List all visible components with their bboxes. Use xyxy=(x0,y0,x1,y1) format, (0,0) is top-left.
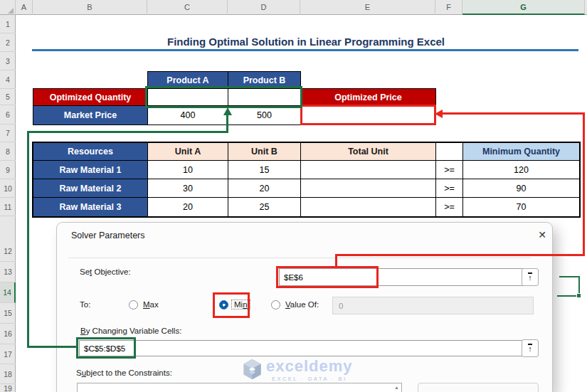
cell-c5[interactable] xyxy=(147,88,228,106)
column-header-e[interactable]: E xyxy=(300,0,435,15)
by-changing-cells-label: By Changing Variable Cells: xyxy=(80,327,181,335)
row-header-14[interactable]: 14 xyxy=(0,282,16,303)
cell-total-unit-header[interactable]: Total Unit xyxy=(300,142,436,161)
cell-rm2-unit-b[interactable]: 20 xyxy=(228,179,301,198)
cell-product-a-header[interactable]: Product A xyxy=(147,71,228,89)
row-header-4[interactable]: 4 xyxy=(0,70,16,89)
cell-rm3-unit-b[interactable]: 25 xyxy=(228,197,301,217)
cell-rm3-min[interactable]: 70 xyxy=(462,197,580,217)
min-radio-label[interactable]: Min xyxy=(232,300,250,309)
row-header-6[interactable]: 6 xyxy=(0,105,16,125)
cell-rm1-unit-a[interactable]: 10 xyxy=(147,160,228,179)
max-radio[interactable] xyxy=(129,300,138,309)
cell-raw-material-1[interactable]: Raw Material 1 xyxy=(33,160,148,179)
collapse-dialog-icon: ↑ xyxy=(528,272,532,282)
column-header-c[interactable]: C xyxy=(147,0,228,15)
column-header-strip: A B C D E F G xyxy=(0,0,587,15)
cell-market-price-label[interactable]: Market Price xyxy=(33,105,148,125)
row-header-16[interactable]: 16 xyxy=(0,324,16,344)
row-header-5[interactable]: 5 xyxy=(0,89,16,105)
row-header-12[interactable]: 12 xyxy=(0,241,16,262)
constraints-listbox[interactable]: ▲ xyxy=(77,383,402,392)
column-header-f[interactable]: F xyxy=(435,0,462,15)
cell-rm2-operator[interactable]: >= xyxy=(435,179,463,198)
cell-raw-material-2[interactable]: Raw Material 2 xyxy=(33,179,148,198)
row-header-2[interactable]: 2 xyxy=(0,33,16,52)
cell-minimum-quantity-header[interactable]: Minimum Quantity xyxy=(462,142,580,161)
column-header-a[interactable]: A xyxy=(16,0,33,15)
cell-rm1-unit-b[interactable]: 15 xyxy=(228,160,301,179)
worksheet-title: Finding Optimal Solution in Linear Progr… xyxy=(71,36,541,48)
column-header-b[interactable]: B xyxy=(33,0,147,15)
cell-d6[interactable]: 500 xyxy=(228,105,301,125)
cell-unit-a-header[interactable]: Unit A xyxy=(147,142,228,161)
red-line-h1 xyxy=(442,112,585,115)
row-header-strip: 1 2 3 4 5 6 7 8 9 10 11 12 13 14 15 16 1… xyxy=(0,15,16,392)
green-line-v2 xyxy=(27,131,29,348)
cell-rm1-operator[interactable]: >= xyxy=(435,160,463,179)
row-header-19[interactable]: 19 xyxy=(0,384,16,392)
cell-rm2-total[interactable] xyxy=(300,179,436,198)
value-of-input: 0 xyxy=(332,297,534,314)
cell-optimized-quantity-label[interactable]: Optimized Quantity xyxy=(33,88,148,106)
cell-product-b-header[interactable]: Product B xyxy=(228,71,301,89)
green-line-h1 xyxy=(27,131,228,133)
cell-c6[interactable]: 400 xyxy=(147,105,228,125)
row-header-3[interactable]: 3 xyxy=(0,52,16,70)
cell-e6-optimized-price[interactable] xyxy=(300,105,436,125)
cell-f8[interactable] xyxy=(435,142,463,161)
cell-rm1-min[interactable]: 120 xyxy=(462,160,580,179)
select-all-corner[interactable] xyxy=(0,0,16,15)
min-radio[interactable] xyxy=(219,300,228,309)
cell-rm1-total[interactable] xyxy=(300,160,436,179)
value-of-radio-label[interactable]: Value Of: xyxy=(285,300,319,309)
cell-d5[interactable] xyxy=(228,88,301,106)
dialog-separator xyxy=(68,258,531,258)
close-icon[interactable]: ✕ xyxy=(535,229,549,243)
cell-resources-header[interactable]: Resources xyxy=(33,142,148,161)
column-header-d[interactable]: D xyxy=(228,0,300,15)
cell-rm3-total[interactable] xyxy=(300,197,436,217)
subject-to-constraints-label: Subject to the Constraints: xyxy=(76,369,172,377)
set-objective-label: Set Objective: xyxy=(80,267,131,276)
cell-unit-b-header[interactable]: Unit B xyxy=(228,142,301,161)
row-header-11[interactable]: 11 xyxy=(0,198,16,216)
row-header-17[interactable]: 17 xyxy=(0,344,16,364)
cell-rm2-min[interactable]: 90 xyxy=(462,179,580,198)
exceldemy-watermark: exceldemy EXCEL · DATA · BI xyxy=(243,359,353,382)
row-header-10[interactable]: 10 xyxy=(0,179,16,198)
objective-range-selector-button[interactable]: ↑ xyxy=(522,268,539,286)
solver-parameters-dialog: Solver Parameters ✕ Set Objective: $E$6 … xyxy=(57,223,552,392)
row-header-9[interactable]: 9 xyxy=(0,161,16,179)
dialog-title: Solver Parameters xyxy=(71,231,145,240)
exceldemy-logo-icon xyxy=(243,359,262,380)
scroll-up-icon[interactable]: ▲ xyxy=(394,385,399,390)
cell-rm3-operator[interactable]: >= xyxy=(435,197,463,217)
select-all-icon xyxy=(8,8,14,14)
add-button[interactable] xyxy=(418,383,539,392)
cells-range-selector-button[interactable]: ↑ xyxy=(522,339,539,357)
selected-cell-border-top xyxy=(559,276,580,277)
collapse-dialog-icon: ↑ xyxy=(528,344,532,353)
set-objective-input[interactable]: $E$6 xyxy=(279,268,532,286)
row-header-13[interactable]: 13 xyxy=(0,262,16,282)
cell-raw-material-3[interactable]: Raw Material 3 xyxy=(33,197,148,217)
excel-window: A B C D E F G 1 2 3 4 5 6 7 8 9 10 11 12… xyxy=(0,0,587,392)
row-header-15[interactable]: 15 xyxy=(0,303,16,324)
cell-rm3-unit-a[interactable]: 20 xyxy=(147,197,228,217)
row-header-18[interactable]: 18 xyxy=(0,364,16,384)
cell-rm2-unit-a[interactable]: 30 xyxy=(147,179,228,198)
row-header-8[interactable]: 8 xyxy=(0,142,16,161)
fill-handle[interactable] xyxy=(576,293,581,298)
value-of-radio[interactable] xyxy=(271,300,280,309)
max-radio-label[interactable]: Max xyxy=(143,300,159,309)
red-line-v1 xyxy=(583,112,585,256)
title-underline xyxy=(32,49,578,51)
variable-cells-input[interactable]: $C$5:$D$5 xyxy=(79,340,532,356)
to-label: To: xyxy=(80,300,90,309)
row-header-1[interactable]: 1 xyxy=(0,16,16,33)
watermark-brand: exceldemy xyxy=(266,359,353,374)
row-header-7[interactable]: 7 xyxy=(0,125,16,142)
cell-optimized-price-header[interactable]: Optimized Price xyxy=(300,88,436,106)
column-header-g[interactable]: G xyxy=(462,0,585,15)
